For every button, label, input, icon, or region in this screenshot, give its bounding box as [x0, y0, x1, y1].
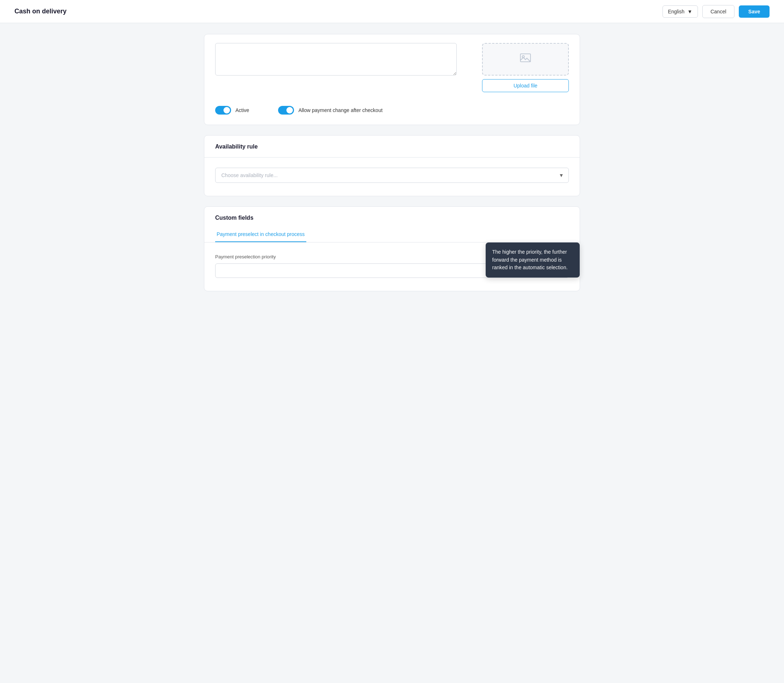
description-textarea[interactable] [215, 43, 457, 75]
image-icon [519, 52, 532, 67]
payment-change-toggle[interactable] [278, 106, 294, 115]
custom-fields-title-row: Custom fields [204, 207, 580, 221]
top-card-body: Upload file [204, 34, 580, 102]
textarea-section [215, 43, 457, 77]
availability-rule-card: Availability rule Choose availability ru… [204, 135, 580, 196]
custom-fields-title: Custom fields [215, 215, 569, 221]
priority-label: Payment preselection priority [215, 254, 276, 260]
active-label: Active [235, 107, 249, 113]
language-selector[interactable]: English ▼ [662, 5, 698, 18]
tooltip-box: The higher the priority, the further for… [486, 242, 580, 277]
tooltip-text: The higher the priority, the further for… [492, 249, 568, 270]
custom-fields-tabs-row: Payment preselect in checkout process [204, 227, 580, 242]
header-actions: English ▼ Cancel Save [662, 5, 770, 18]
cancel-button[interactable]: Cancel [702, 5, 735, 18]
custom-fields-card: Custom fields Payment preselect in check… [204, 206, 580, 291]
availability-rule-select[interactable]: Choose availability rule... [215, 168, 569, 183]
language-label: English [668, 9, 684, 14]
main-content: Upload file Active Allow payment change … [190, 23, 594, 323]
chevron-down-icon: ▼ [688, 9, 692, 14]
availability-rule-title: Availability rule [215, 143, 569, 150]
tab-payment-preselect[interactable]: Payment preselect in checkout process [215, 227, 306, 242]
availability-rule-title-row: Availability rule [204, 136, 580, 150]
payment-change-toggle-item: Allow payment change after checkout [278, 106, 382, 115]
top-card: Upload file Active Allow payment change … [204, 34, 580, 125]
page-title: Cash on delivery [14, 8, 66, 15]
availability-rule-select-wrapper: Choose availability rule... ▼ [215, 168, 569, 183]
active-toggle[interactable] [215, 106, 231, 115]
toggles-row: Active Allow payment change after checko… [204, 102, 580, 125]
save-button[interactable]: Save [739, 5, 770, 18]
image-section: Upload file [468, 43, 569, 92]
payment-change-label: Allow payment change after checkout [298, 107, 382, 113]
custom-fields-body: Payment preselection priority ? The high… [204, 242, 580, 291]
upload-file-button[interactable]: Upload file [482, 79, 569, 92]
active-toggle-item: Active [215, 106, 249, 115]
page-header: Cash on delivery English ▼ Cancel Save [0, 0, 784, 23]
image-placeholder [482, 43, 569, 75]
availability-rule-body: Choose availability rule... ▼ [204, 157, 580, 196]
